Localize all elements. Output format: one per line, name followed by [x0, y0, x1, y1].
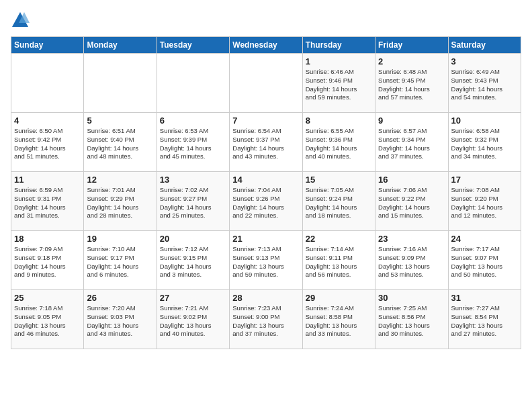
- calendar-cell: [157, 54, 229, 113]
- calendar-cell: [230, 54, 302, 113]
- calendar-cell: 20Sunrise: 7:12 AM Sunset: 9:15 PM Dayli…: [157, 231, 229, 290]
- day-number: 4: [14, 116, 81, 126]
- calendar-cell: 13Sunrise: 7:02 AM Sunset: 9:27 PM Dayli…: [157, 172, 229, 231]
- day-number: 15: [306, 175, 372, 185]
- day-number: 19: [87, 234, 153, 244]
- calendar-cell: 6Sunrise: 6:53 AM Sunset: 9:39 PM Daylig…: [157, 113, 229, 172]
- page-header: [11, 11, 521, 30]
- cell-info: Sunrise: 7:21 AM Sunset: 9:02 PM Dayligh…: [160, 304, 226, 338]
- cell-info: Sunrise: 7:08 AM Sunset: 9:20 PM Dayligh…: [451, 186, 518, 220]
- day-number: 29: [306, 293, 372, 303]
- day-number: 26: [87, 293, 153, 303]
- calendar-cell: 8Sunrise: 6:55 AM Sunset: 9:36 PM Daylig…: [302, 113, 375, 172]
- day-number: 20: [160, 234, 226, 244]
- cell-info: Sunrise: 7:04 AM Sunset: 9:26 PM Dayligh…: [232, 186, 299, 220]
- calendar-cell: 26Sunrise: 7:20 AM Sunset: 9:03 PM Dayli…: [84, 290, 157, 349]
- cell-info: Sunrise: 6:55 AM Sunset: 9:36 PM Dayligh…: [306, 127, 372, 161]
- calendar-table: SundayMondayTuesdayWednesdayThursdayFrid…: [11, 36, 521, 349]
- calendar-cell: 14Sunrise: 7:04 AM Sunset: 9:26 PM Dayli…: [230, 172, 302, 231]
- calendar-cell: 9Sunrise: 6:57 AM Sunset: 9:34 PM Daylig…: [375, 113, 448, 172]
- day-number: 17: [451, 175, 518, 185]
- day-number: 7: [232, 116, 299, 126]
- calendar-week-5: 25Sunrise: 7:18 AM Sunset: 9:05 PM Dayli…: [11, 290, 521, 349]
- calendar-cell: [84, 54, 157, 113]
- column-header-sunday: Sunday: [11, 37, 84, 54]
- cell-info: Sunrise: 7:01 AM Sunset: 9:29 PM Dayligh…: [87, 186, 153, 220]
- calendar-cell: 12Sunrise: 7:01 AM Sunset: 9:29 PM Dayli…: [84, 172, 157, 231]
- cell-info: Sunrise: 7:05 AM Sunset: 9:24 PM Dayligh…: [306, 186, 372, 220]
- cell-info: Sunrise: 7:16 AM Sunset: 9:09 PM Dayligh…: [378, 245, 445, 279]
- calendar-cell: 19Sunrise: 7:10 AM Sunset: 9:17 PM Dayli…: [84, 231, 157, 290]
- cell-info: Sunrise: 7:10 AM Sunset: 9:17 PM Dayligh…: [87, 245, 153, 279]
- cell-info: Sunrise: 6:50 AM Sunset: 9:42 PM Dayligh…: [14, 127, 81, 161]
- day-number: 21: [232, 234, 299, 244]
- calendar-week-1: 1Sunrise: 6:46 AM Sunset: 9:46 PM Daylig…: [11, 54, 521, 113]
- day-number: 5: [87, 116, 153, 126]
- calendar-week-3: 11Sunrise: 6:59 AM Sunset: 9:31 PM Dayli…: [11, 172, 521, 231]
- calendar-cell: 16Sunrise: 7:06 AM Sunset: 9:22 PM Dayli…: [375, 172, 448, 231]
- calendar-cell: 30Sunrise: 7:25 AM Sunset: 8:56 PM Dayli…: [375, 290, 448, 349]
- cell-info: Sunrise: 7:17 AM Sunset: 9:07 PM Dayligh…: [451, 245, 518, 279]
- calendar-cell: [11, 54, 84, 113]
- day-number: 24: [451, 234, 518, 244]
- calendar-cell: 15Sunrise: 7:05 AM Sunset: 9:24 PM Dayli…: [302, 172, 375, 231]
- calendar-cell: 5Sunrise: 6:51 AM Sunset: 9:40 PM Daylig…: [84, 113, 157, 172]
- day-number: 3: [451, 56, 518, 66]
- day-number: 12: [87, 175, 153, 185]
- column-header-thursday: Thursday: [302, 37, 375, 54]
- calendar-cell: 29Sunrise: 7:24 AM Sunset: 8:58 PM Dayli…: [302, 290, 375, 349]
- cell-info: Sunrise: 7:09 AM Sunset: 9:18 PM Dayligh…: [14, 245, 81, 279]
- day-number: 22: [306, 234, 372, 244]
- day-number: 16: [378, 175, 445, 185]
- cell-info: Sunrise: 7:02 AM Sunset: 9:27 PM Dayligh…: [160, 186, 226, 220]
- day-number: 6: [160, 116, 226, 126]
- day-number: 2: [378, 56, 445, 66]
- cell-info: Sunrise: 6:51 AM Sunset: 9:40 PM Dayligh…: [87, 127, 153, 161]
- calendar-week-4: 18Sunrise: 7:09 AM Sunset: 9:18 PM Dayli…: [11, 231, 521, 290]
- column-header-wednesday: Wednesday: [230, 37, 302, 54]
- calendar-cell: 2Sunrise: 6:48 AM Sunset: 9:45 PM Daylig…: [375, 54, 448, 113]
- cell-info: Sunrise: 7:27 AM Sunset: 8:54 PM Dayligh…: [451, 304, 518, 338]
- day-number: 13: [160, 175, 226, 185]
- day-number: 25: [14, 293, 81, 303]
- calendar-cell: 18Sunrise: 7:09 AM Sunset: 9:18 PM Dayli…: [11, 231, 84, 290]
- calendar-cell: 28Sunrise: 7:23 AM Sunset: 9:00 PM Dayli…: [230, 290, 302, 349]
- calendar-cell: 23Sunrise: 7:16 AM Sunset: 9:09 PM Dayli…: [375, 231, 448, 290]
- cell-info: Sunrise: 6:53 AM Sunset: 9:39 PM Dayligh…: [160, 127, 226, 161]
- cell-info: Sunrise: 7:14 AM Sunset: 9:11 PM Dayligh…: [306, 245, 372, 279]
- column-header-saturday: Saturday: [448, 37, 521, 54]
- day-number: 30: [378, 293, 445, 303]
- day-number: 28: [232, 293, 299, 303]
- day-number: 8: [306, 116, 372, 126]
- calendar-cell: 21Sunrise: 7:13 AM Sunset: 9:13 PM Dayli…: [230, 231, 302, 290]
- calendar-cell: 25Sunrise: 7:18 AM Sunset: 9:05 PM Dayli…: [11, 290, 84, 349]
- calendar-cell: 4Sunrise: 6:50 AM Sunset: 9:42 PM Daylig…: [11, 113, 84, 172]
- day-number: 10: [451, 116, 518, 126]
- cell-info: Sunrise: 6:46 AM Sunset: 9:46 PM Dayligh…: [306, 68, 372, 102]
- calendar-cell: 11Sunrise: 6:59 AM Sunset: 9:31 PM Dayli…: [11, 172, 84, 231]
- cell-info: Sunrise: 7:06 AM Sunset: 9:22 PM Dayligh…: [378, 186, 445, 220]
- column-header-monday: Monday: [84, 37, 157, 54]
- day-number: 1: [306, 56, 372, 66]
- calendar-week-2: 4Sunrise: 6:50 AM Sunset: 9:42 PM Daylig…: [11, 113, 521, 172]
- day-number: 9: [378, 116, 445, 126]
- logo: [11, 11, 32, 30]
- cell-info: Sunrise: 6:59 AM Sunset: 9:31 PM Dayligh…: [14, 186, 81, 220]
- calendar-cell: 7Sunrise: 6:54 AM Sunset: 9:37 PM Daylig…: [230, 113, 302, 172]
- cell-info: Sunrise: 6:48 AM Sunset: 9:45 PM Dayligh…: [378, 68, 445, 102]
- cell-info: Sunrise: 7:25 AM Sunset: 8:56 PM Dayligh…: [378, 304, 445, 338]
- day-number: 31: [451, 293, 518, 303]
- day-number: 14: [232, 175, 299, 185]
- day-number: 23: [378, 234, 445, 244]
- logo-icon: [11, 11, 30, 30]
- cell-info: Sunrise: 6:57 AM Sunset: 9:34 PM Dayligh…: [378, 127, 445, 161]
- calendar-cell: 27Sunrise: 7:21 AM Sunset: 9:02 PM Dayli…: [157, 290, 229, 349]
- cell-info: Sunrise: 7:18 AM Sunset: 9:05 PM Dayligh…: [14, 304, 81, 338]
- day-number: 18: [14, 234, 81, 244]
- calendar-cell: 31Sunrise: 7:27 AM Sunset: 8:54 PM Dayli…: [448, 290, 521, 349]
- cell-info: Sunrise: 7:23 AM Sunset: 9:00 PM Dayligh…: [232, 304, 299, 338]
- calendar-cell: 10Sunrise: 6:58 AM Sunset: 9:32 PM Dayli…: [448, 113, 521, 172]
- calendar-cell: 1Sunrise: 6:46 AM Sunset: 9:46 PM Daylig…: [302, 54, 375, 113]
- cell-info: Sunrise: 6:54 AM Sunset: 9:37 PM Dayligh…: [232, 127, 299, 161]
- calendar-cell: 22Sunrise: 7:14 AM Sunset: 9:11 PM Dayli…: [302, 231, 375, 290]
